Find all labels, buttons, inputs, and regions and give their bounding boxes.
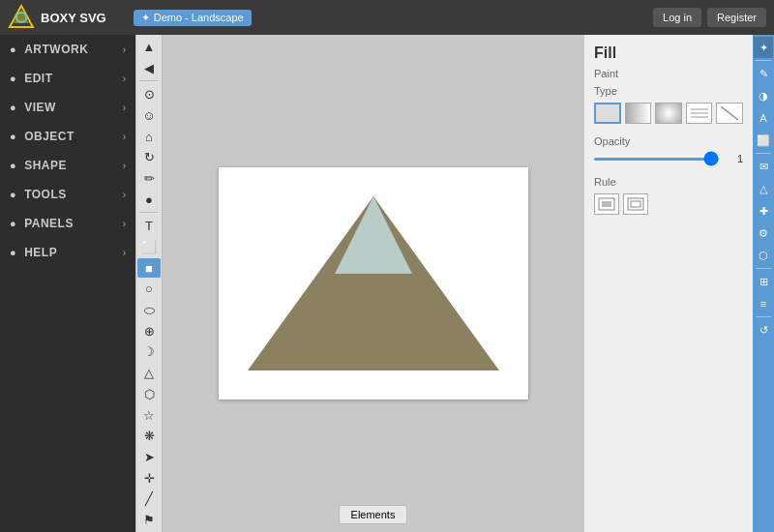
- tool-separator-7: [139, 212, 159, 213]
- select-tool[interactable]: ▲: [137, 37, 161, 57]
- svg-rect-12: [631, 201, 640, 207]
- arc-tool[interactable]: ☽: [137, 342, 161, 363]
- rule-section: Rule: [594, 176, 743, 215]
- star-tool[interactable]: ☆: [137, 405, 161, 426]
- type-label: Type: [594, 85, 743, 97]
- fr-separator-4: [756, 153, 771, 154]
- far-right-strip: ✦✎◑A⬜✉△✚⚙⬡⊞≡↺: [753, 35, 774, 532]
- register-button[interactable]: Register: [707, 8, 766, 27]
- type-solid[interactable]: [594, 103, 621, 124]
- login-button[interactable]: Log in: [653, 8, 701, 27]
- left-nav: ● ARTWORK › ● EDIT › ● VIEW › ● OBJECT ›…: [0, 35, 135, 532]
- opacity-label: Opacity: [594, 135, 743, 147]
- pen-tool[interactable]: ✏: [137, 168, 161, 189]
- auth-buttons: Log in Register: [653, 8, 766, 27]
- svg-rect-11: [628, 198, 643, 210]
- nav-icon-view: ●: [10, 102, 16, 113]
- target-tool[interactable]: ⊕: [137, 321, 161, 341]
- fr-select[interactable]: ✦: [754, 37, 773, 58]
- fill-title: Fill: [594, 44, 743, 62]
- fr-add[interactable]: ✚: [754, 200, 773, 222]
- fr-mail[interactable]: ✉: [754, 156, 773, 177]
- fr-separator-9: [756, 268, 771, 269]
- fr-list[interactable]: ≡: [754, 293, 773, 314]
- nav-chevron-shape: ›: [123, 161, 126, 171]
- arrow-tool[interactable]: ➤: [137, 447, 161, 467]
- nav-item-view[interactable]: ● VIEW ›: [0, 93, 135, 122]
- demo-badge: ✦ Demo - Landscape: [134, 10, 252, 26]
- fr-hex[interactable]: ⬡: [754, 245, 773, 266]
- fr-undo[interactable]: ↺: [754, 319, 773, 340]
- elements-tab[interactable]: Elements: [339, 505, 408, 524]
- logo-icon: [8, 4, 35, 31]
- nav-item-help[interactable]: ● HELP ›: [0, 238, 135, 267]
- rect-active-tool[interactable]: ■: [137, 258, 161, 279]
- nav-label-edit: EDIT: [24, 72, 52, 85]
- line-tool[interactable]: ╱: [137, 488, 161, 509]
- pointer-tool[interactable]: ◀: [137, 58, 161, 78]
- nav-item-panels[interactable]: ● PANELS ›: [0, 209, 135, 238]
- svg-rect-10: [602, 201, 611, 207]
- opacity-slider[interactable]: [594, 158, 719, 161]
- ellipse-tool[interactable]: ⬭: [137, 300, 161, 320]
- paint-label: Paint: [594, 68, 743, 79]
- fr-fill[interactable]: ◑: [754, 85, 773, 106]
- nav-chevron-edit: ›: [123, 74, 126, 84]
- fr-settings[interactable]: ⚙: [754, 222, 773, 244]
- rotate-tool[interactable]: ↻: [137, 147, 161, 167]
- fr-separator-11: [756, 316, 771, 317]
- pencil-tool[interactable]: ●: [137, 190, 161, 210]
- transform-tool[interactable]: ⊙: [137, 84, 161, 104]
- triangle-tool[interactable]: △: [137, 363, 161, 383]
- svg-line-8: [721, 106, 738, 120]
- pattern-icon: [691, 106, 708, 120]
- nav-item-tools[interactable]: ● TOOLS ›: [0, 180, 135, 209]
- flower-tool[interactable]: ❋: [137, 426, 161, 446]
- fr-text[interactable]: A: [754, 107, 773, 129]
- fr-edit[interactable]: ✎: [754, 63, 773, 84]
- opacity-section: Opacity 1: [594, 135, 743, 164]
- nav-item-object[interactable]: ● OBJECT ›: [0, 122, 135, 151]
- nav-chevron-panels: ›: [123, 219, 126, 229]
- nav-chevron-tools: ›: [123, 190, 126, 200]
- nav-label-tools: TOOLS: [24, 188, 67, 201]
- nav-item-artwork[interactable]: ● ARTWORK ›: [0, 35, 135, 64]
- rule-evenodd[interactable]: [623, 193, 648, 215]
- type-options: [594, 103, 743, 124]
- nav-label-view: VIEW: [24, 101, 56, 114]
- nav-chevron-view: ›: [123, 103, 126, 113]
- type-radial[interactable]: [655, 103, 682, 124]
- path-tool[interactable]: ⌂: [137, 127, 161, 147]
- rule-nonzero[interactable]: [594, 193, 619, 215]
- nav-item-shape[interactable]: ● SHAPE ›: [0, 151, 135, 180]
- nav-icon-object: ●: [10, 131, 16, 142]
- opacity-row: 1: [594, 153, 743, 164]
- fr-rect[interactable]: ⬜: [754, 130, 773, 151]
- fr-grid[interactable]: ⊞: [754, 271, 773, 292]
- tool-separator-1: [139, 80, 159, 81]
- opacity-value: 1: [725, 153, 743, 164]
- crop-tool[interactable]: ⬜: [137, 237, 161, 257]
- circle-tool[interactable]: ○: [137, 279, 161, 299]
- nav-label-shape: SHAPE: [24, 159, 67, 172]
- text-tool[interactable]: T: [137, 216, 161, 236]
- type-linear[interactable]: [625, 103, 652, 124]
- nav-chevron-help: ›: [123, 248, 126, 258]
- node-tool[interactable]: ☺: [137, 105, 161, 126]
- polygon-tool[interactable]: ⬡: [137, 384, 161, 404]
- none-icon: [721, 106, 738, 120]
- rule-label: Rule: [594, 176, 743, 188]
- demo-label: Demo - Landscape: [154, 12, 244, 23]
- cross-tool[interactable]: ✛: [137, 468, 161, 488]
- nav-chevron-artwork: ›: [123, 44, 126, 55]
- type-none[interactable]: [716, 103, 743, 124]
- fr-triangle[interactable]: △: [754, 178, 773, 199]
- nav-label-object: OBJECT: [24, 130, 74, 143]
- right-panel: Fill Paint Type Opacity 1: [583, 35, 753, 532]
- rule-nonzero-icon: [598, 197, 615, 211]
- flag-tool[interactable]: ⚑: [137, 510, 161, 530]
- nav-icon-artwork: ●: [10, 44, 16, 55]
- type-pattern[interactable]: [686, 103, 713, 124]
- nav-item-edit[interactable]: ● EDIT ›: [0, 64, 135, 93]
- top-bar: BOXY SVG ✦ Demo - Landscape Log in Regis…: [0, 0, 774, 35]
